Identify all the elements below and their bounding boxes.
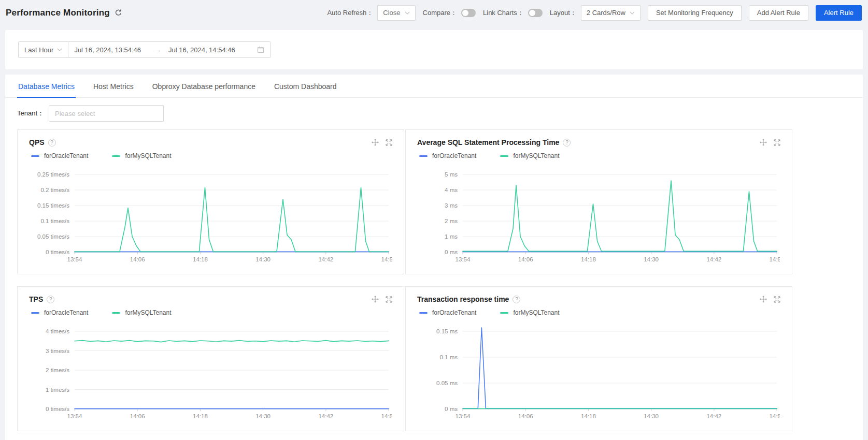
svg-text:14:30: 14:30 [644,256,659,262]
svg-text:0.05 times/s: 0.05 times/s [37,233,69,240]
chart-card-tps: TPS ? forOracleTenant forMySQLTenant [17,286,404,431]
svg-text:13:54: 13:54 [67,413,82,419]
chart-legend: forOracleTenant forMySQLTenant [31,152,392,160]
tab-obproxy-database-performance[interactable]: Obproxy Database performance [151,75,257,97]
legend-item-mysql[interactable]: forMySQLTenant [112,152,171,159]
chart-legend: forOracleTenant forMySQLTenant [419,309,780,317]
legend-label: forMySQLTenant [125,152,171,159]
tab-bar: Database Metrics Host Metrics Obproxy Da… [5,75,863,98]
alert-rule-button[interactable]: Alert Rule [816,5,862,21]
svg-text:14:30: 14:30 [644,413,659,419]
date-range-input[interactable]: Jul 16, 2024, 13:54:46 → Jul 16, 2024, 1… [68,41,271,58]
tenant-label: Tenant： [17,109,44,118]
compare-label: Compare： [423,8,457,18]
move-icon[interactable] [372,139,379,146]
svg-text:14:18: 14:18 [581,256,596,262]
question-circle-icon[interactable]: ? [48,139,56,146]
svg-text:0 ms: 0 ms [445,406,458,412]
tps-chart-canvas[interactable]: 0 times/s1 times/s2 times/s3 times/s4 ti… [29,318,392,430]
tab-host-metrics[interactable]: Host Metrics [92,75,135,97]
auto-refresh-value: Close [383,9,400,17]
chart-title-qps: QPS [29,138,45,146]
legend-label: forOracleTenant [44,152,88,159]
chart-grid: QPS ? forOracleTenant forMySQLTenant [17,129,863,431]
svg-text:14:06: 14:06 [518,413,533,419]
svg-text:14:42: 14:42 [706,413,721,419]
fullscreen-icon[interactable] [774,139,780,146]
fullscreen-icon[interactable] [386,296,392,303]
chart-card-transaction-response-time: Transaction response time ? forOracleTen… [405,286,792,431]
svg-text:0 times/s: 0 times/s [46,406,69,412]
add-alert-rule-button[interactable]: Add Alert Rule [749,5,808,21]
layout-select[interactable]: 2 Cards/Row [581,5,641,21]
fullscreen-icon[interactable] [386,139,392,146]
svg-text:14:06: 14:06 [130,413,145,419]
fullscreen-icon[interactable] [774,296,780,303]
chart-legend: forOracleTenant forMySQLTenant [419,152,780,160]
auto-refresh-label: Auto Refresh： [327,8,373,18]
legend-item-oracle[interactable]: forOracleTenant [419,309,476,316]
svg-text:0.2 times/s: 0.2 times/s [40,187,69,193]
svg-text:14:42: 14:42 [706,256,721,262]
svg-text:0.05 ms: 0.05 ms [436,380,458,386]
svg-text:14:54: 14:54 [381,256,392,262]
series-swatch [500,312,508,314]
auto-refresh-select[interactable]: Close [377,5,415,21]
svg-text:14:06: 14:06 [130,256,145,262]
svg-text:14:54: 14:54 [770,413,780,419]
svg-text:0.1 times/s: 0.1 times/s [40,218,69,224]
tab-database-metrics[interactable]: Database Metrics [17,75,76,97]
avg-sql-time-chart-canvas[interactable]: 0 ms1 ms2 ms3 ms4 ms5 ms13:5414:0614:181… [417,161,780,273]
topbar-controls: Auto Refresh： Close Compare： Link Charts… [327,5,862,21]
legend-item-mysql[interactable]: forMySQLTenant [500,152,559,159]
chart-title-transaction-response-time: Transaction response time [417,295,509,303]
series-swatch [419,312,428,314]
refresh-icon[interactable] [115,9,122,17]
svg-text:14:42: 14:42 [318,256,333,262]
svg-text:14:30: 14:30 [255,413,271,419]
chart-card-qps: QPS ? forOracleTenant forMySQLTenant [17,129,404,274]
svg-text:14:30: 14:30 [255,256,271,262]
page-title: Performance Monitoring [6,8,110,18]
move-icon[interactable] [372,296,379,303]
series-swatch [419,155,428,157]
compare-toggle[interactable] [461,9,476,17]
question-circle-icon[interactable]: ? [513,296,520,303]
main-panel: Database Metrics Host Metrics Obproxy Da… [5,75,863,440]
tenant-select[interactable]: Please select [49,105,164,122]
layout-value: 2 Cards/Row [587,9,625,17]
svg-text:0.15 times/s: 0.15 times/s [37,202,69,209]
chart-title-tps: TPS [29,295,43,303]
legend-label: forMySQLTenant [513,152,559,159]
tab-custom-dashboard[interactable]: Custom Dashboard [273,75,338,97]
chart-title-avg-sql-time: Average SQL Statement Processing Time [417,138,559,146]
set-monitoring-frequency-button[interactable]: Set Monitoring Frequency [648,5,742,21]
chevron-down-icon [405,11,410,15]
series-swatch [31,312,39,314]
legend-item-mysql[interactable]: forMySQLTenant [500,309,559,316]
tenant-filter-row: Tenant： Please select [17,105,863,122]
svg-text:14:54: 14:54 [770,256,780,262]
link-charts-label: Link Charts： [483,8,524,18]
transaction-response-time-chart-canvas[interactable]: 0 ms0.05 ms0.1 ms0.15 ms13:5414:0614:181… [417,318,780,430]
question-circle-icon[interactable]: ? [47,296,54,303]
link-charts-toggle[interactable] [528,9,543,17]
series-swatch [112,155,120,157]
svg-text:14:06: 14:06 [518,256,533,262]
chart-legend: forOracleTenant forMySQLTenant [31,309,392,317]
svg-text:0.15 ms: 0.15 ms [436,328,458,334]
svg-text:14:54: 14:54 [381,413,392,419]
qps-chart-canvas[interactable]: 0 times/s0.05 times/s0.1 times/s0.15 tim… [29,161,392,273]
move-icon[interactable] [760,139,767,146]
legend-item-mysql[interactable]: forMySQLTenant [112,309,171,316]
time-preset-select[interactable]: Last Hour [18,41,68,58]
legend-item-oracle[interactable]: forOracleTenant [31,152,88,159]
performance-monitoring-page: Performance Monitoring Auto Refresh： Clo… [0,0,868,440]
move-icon[interactable] [760,296,767,303]
legend-item-oracle[interactable]: forOracleTenant [31,309,88,316]
question-circle-icon[interactable]: ? [563,139,571,146]
calendar-icon[interactable] [257,46,264,53]
svg-text:0 ms: 0 ms [445,249,458,255]
svg-text:4 times/s: 4 times/s [46,328,69,334]
legend-item-oracle[interactable]: forOracleTenant [419,152,476,159]
